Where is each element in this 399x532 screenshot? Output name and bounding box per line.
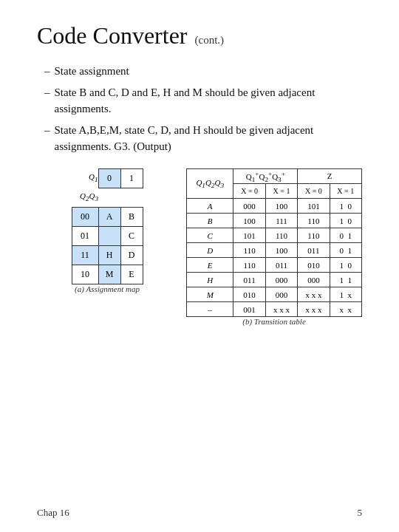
ttable-subh-x1-ns: X = 1 bbox=[265, 184, 297, 199]
bullet-text-3: State A,B,E,M, state C, D, and H should … bbox=[55, 122, 363, 155]
kmap-cell-11-1: D bbox=[120, 245, 143, 265]
ttable-A-ns-x1: 100 bbox=[265, 199, 297, 214]
kmap-col-0: 0 bbox=[98, 168, 120, 188]
page-title: Code Converter bbox=[37, 22, 188, 50]
kmap-row-11: 11 H D bbox=[72, 245, 143, 265]
ttable-caption: (b) Transition table bbox=[186, 317, 362, 326]
ttable-subh-x0-ns: X = 0 bbox=[233, 184, 265, 199]
ttable-state-header: Q1Q2Q3 bbox=[187, 168, 233, 199]
ttable-row-E: E 110 011 010 1 0 bbox=[187, 258, 362, 273]
figures-row: Q1 0 1 Q2Q3 00 A B bbox=[37, 168, 362, 328]
ttable-B-z-x0: 110 bbox=[298, 214, 330, 228]
kmap-cell-10-1: E bbox=[120, 265, 143, 284]
ttable-state-dash: – bbox=[187, 302, 233, 317]
kmap-row-label-00: 00 bbox=[72, 207, 98, 226]
ttable-z-header: Z bbox=[298, 168, 362, 184]
ttable-row-M: M 010 000 x x x 1 x bbox=[187, 287, 362, 302]
page: Code Converter (cont.) – State assignmen… bbox=[0, 0, 399, 532]
ttable-D-z-x0: 011 bbox=[298, 243, 330, 258]
ttable-E-z-x1: 1 0 bbox=[330, 258, 361, 273]
kmap-row-00: 00 A B bbox=[72, 207, 143, 226]
kmap-cell-10-0: M bbox=[98, 265, 120, 284]
bullet-text-1: State assignment bbox=[55, 63, 363, 80]
ttable-state-E: E bbox=[187, 258, 233, 273]
ttable-H-ns-x1: 000 bbox=[265, 273, 297, 287]
bullet-list: – State assignment – State B and C, D an… bbox=[44, 63, 362, 155]
ttable-M-z-x1: 1 x bbox=[330, 287, 361, 302]
ttable-E-z-x0: 010 bbox=[298, 258, 330, 273]
ttable-M-ns-x1: 000 bbox=[265, 287, 297, 302]
ttable-E-ns-x1: 011 bbox=[265, 258, 297, 273]
kmap-row-label-11: 11 bbox=[72, 245, 98, 265]
ttable-dash-ns-x0: 001 bbox=[233, 302, 265, 317]
kmap-col-1: 1 bbox=[120, 168, 143, 188]
kmap-cell-11-0: H bbox=[98, 245, 120, 265]
ttable-C-z-x0: 110 bbox=[298, 228, 330, 243]
ttable-C-z-x1: 0 1 bbox=[330, 228, 361, 243]
ttable-M-ns-x0: 010 bbox=[233, 287, 265, 302]
kmap-cell-01-1: C bbox=[120, 226, 143, 245]
ttable-state-B: B bbox=[187, 214, 233, 228]
ttable-D-ns-x0: 110 bbox=[233, 243, 265, 258]
ttable-B-z-x1: 1 0 bbox=[330, 214, 361, 228]
kmap-row-label: Q2Q3 bbox=[72, 188, 98, 207]
ttable-state-A: A bbox=[187, 199, 233, 214]
ttable-state-H: H bbox=[187, 273, 233, 287]
ttable-row-D: D 110 100 011 0 1 bbox=[187, 243, 362, 258]
kmap-cell-00-1: B bbox=[120, 207, 143, 226]
assignment-map: Q1 0 1 Q2Q3 00 A B bbox=[37, 168, 177, 295]
kmap-row-label-10: 10 bbox=[72, 265, 98, 284]
title-row: Code Converter (cont.) bbox=[37, 22, 362, 50]
kmap-caption: (a) Assignment map bbox=[37, 284, 177, 293]
ttable-row-A: A 000 100 101 1 0 bbox=[187, 199, 362, 214]
ttable-subh-x1-z: X = 1 bbox=[330, 184, 361, 199]
ttable-header-row-1: Q1Q2Q3 Q1+Q2+Q3+ Z bbox=[187, 168, 362, 184]
bullet-dash-2: – bbox=[44, 84, 50, 101]
ttable-state-C: C bbox=[187, 228, 233, 243]
kmap-table: Q1 0 1 Q2Q3 00 A B bbox=[72, 168, 143, 284]
bullet-dash-3: – bbox=[44, 122, 50, 139]
ttable-H-z-x1: 1 1 bbox=[330, 273, 361, 287]
ttable-C-ns-x1: 110 bbox=[265, 228, 297, 243]
ttable-A-ns-x0: 000 bbox=[233, 199, 265, 214]
ttable-B-ns-x1: 111 bbox=[265, 214, 297, 228]
ttable-C-ns-x0: 101 bbox=[233, 228, 265, 243]
ttable-body: A 000 100 101 1 0 B 100 111 110 1 0 bbox=[187, 199, 362, 317]
transition-table: Q1Q2Q3 Q1+Q2+Q3+ Z X = 0 X = 1 X = 0 X =… bbox=[186, 168, 362, 318]
kmap-body: 00 A B 01 C 11 H D 10 bbox=[72, 207, 143, 284]
ttable-state-M: M bbox=[187, 287, 233, 302]
footer-page: 5 bbox=[358, 507, 363, 519]
bullet-item-2: – State B and C, D and E, H and M should… bbox=[44, 84, 362, 117]
kmap-row-10: 10 M E bbox=[72, 265, 143, 284]
kmap-col-label: Q1 bbox=[72, 168, 98, 188]
ttable-B-ns-x0: 100 bbox=[233, 214, 265, 228]
ttable-D-ns-x1: 100 bbox=[265, 243, 297, 258]
ttable-A-z-x1: 1 0 bbox=[330, 199, 361, 214]
ttable-dash-ns-x1: x x x bbox=[265, 302, 297, 317]
bullet-item-1: – State assignment bbox=[44, 63, 362, 80]
kmap-cell-00-0: A bbox=[98, 207, 120, 226]
ttable-row-B: B 100 111 110 1 0 bbox=[187, 214, 362, 228]
ttable-head: Q1Q2Q3 Q1+Q2+Q3+ Z X = 0 X = 1 X = 0 X =… bbox=[187, 168, 362, 199]
title-cont: (cont.) bbox=[195, 34, 225, 47]
footer-chap: Chap 16 bbox=[37, 507, 69, 519]
kmap-row-label-01: 01 bbox=[72, 226, 98, 245]
footer: Chap 16 5 bbox=[37, 507, 362, 519]
bullet-item-3: – State A,B,E,M, state C, D, and H shoul… bbox=[44, 122, 362, 155]
ttable-subh-x0-z: X = 0 bbox=[298, 184, 330, 199]
ttable-row-H: H 011 000 000 1 1 bbox=[187, 273, 362, 287]
ttable-row-dash: – 001 x x x x x x x x bbox=[187, 302, 362, 317]
kmap-cell-01-0 bbox=[98, 226, 120, 245]
ttable-D-z-x1: 0 1 bbox=[330, 243, 361, 258]
ttable-E-ns-x0: 110 bbox=[233, 258, 265, 273]
ttable-H-ns-x0: 011 bbox=[233, 273, 265, 287]
ttable-H-z-x0: 000 bbox=[298, 273, 330, 287]
ttable-state-D: D bbox=[187, 243, 233, 258]
ttable-row-C: C 101 110 110 0 1 bbox=[187, 228, 362, 243]
transition-table-wrap: Q1Q2Q3 Q1+Q2+Q3+ Z X = 0 X = 1 X = 0 X =… bbox=[186, 168, 362, 328]
ttable-dash-z-x1: x x bbox=[330, 302, 361, 317]
ttable-M-z-x0: x x x bbox=[298, 287, 330, 302]
bullet-text-2: State B and C, D and E, H and M should b… bbox=[55, 84, 363, 117]
bullet-dash-1: – bbox=[44, 63, 50, 80]
ttable-dash-z-x0: x x x bbox=[298, 302, 330, 317]
